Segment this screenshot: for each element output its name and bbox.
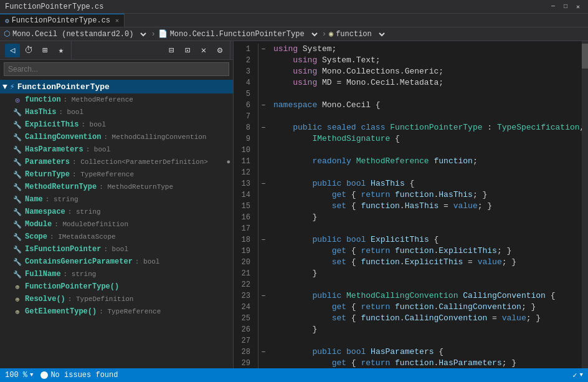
code-line: 22 [234,279,588,290]
list-item[interactable]: ⊕ Resolve() : TypeDefinition [0,293,233,305]
line-number: 18 [234,234,258,246]
tab-close-button[interactable]: ✕ [115,17,119,24]
line-number: 6 [234,100,258,111]
line-number: 23 [234,290,258,302]
collapse-gutter [258,302,268,313]
collapse-gutter[interactable]: − [258,122,268,133]
list-item[interactable]: ◎ function : MethodReference [0,93,233,106]
collapse-gutter[interactable]: − [258,178,268,189]
close-button[interactable]: ✕ [573,2,583,12]
collapse-gutter[interactable]: − [258,44,268,55]
tab-functionpointertype[interactable]: ⚙ FunctionPointerType.cs ✕ [0,14,125,27]
collapse-gutter [258,167,268,178]
action-new-button[interactable]: ⊡ [180,44,195,57]
method-icon: ⊕ [12,307,22,317]
project-dropdown[interactable] [136,29,148,39]
project-icon: ⬡ [4,29,10,39]
scrollbar-thumb[interactable] [582,44,588,69]
prop-icon: 🔧 [12,157,22,167]
code-line: 10 [234,145,588,156]
collapse-gutter [258,145,268,156]
symbol-dropdown[interactable] [374,29,387,39]
zoom-dropdown-icon: ▼ [30,372,33,378]
list-item[interactable]: 🔧 Name : string [0,193,233,206]
nav-tree-button[interactable]: ⊞ [37,44,52,57]
collapse-gutter[interactable]: − [258,234,268,246]
action-close-button[interactable]: ✕ [196,44,211,57]
action-copy-button[interactable]: ⊟ [164,44,179,57]
line-number: 11 [234,156,258,167]
nav-back-button[interactable]: ◁ [5,44,20,57]
list-item[interactable]: ⊕ FunctionPointerType() [0,280,233,293]
prop-icon: 🔧 [12,232,22,242]
code-line: 26 } [234,324,588,335]
collapse-gutter [258,55,268,66]
collapse-gutter [258,201,268,212]
code-line: 17 [234,223,588,234]
code-area[interactable]: 1 − using System; 2 using System.Text; 3… [234,41,588,368]
line-number: 24 [234,302,258,313]
line-content: } [268,324,588,335]
line-content [268,145,588,156]
collapse-gutter [258,212,268,223]
tab-label: FunctionPointerType.cs [12,16,110,25]
list-item[interactable]: 🔧 FullName : string [0,268,233,280]
tree-class-icon: ⚡ [10,82,15,92]
collapse-gutter[interactable]: − [258,290,268,302]
list-item[interactable]: 🔧 Scope : IMetadataScope [0,231,233,243]
action-settings-button[interactable]: ⚙ [212,44,227,57]
status-issues[interactable]: No issues found [40,371,118,380]
collapse-gutter [258,156,268,167]
line-content: set { function.HasThis = value; } [268,201,588,212]
tree-root-label: FunctionPointerType [17,82,110,92]
tree-root[interactable]: ▼ ⚡ FunctionPointerType [0,80,233,93]
line-number: 25 [234,313,258,324]
list-item[interactable]: 🔧 ExplicitThis : bool [0,118,233,131]
collapse-gutter [258,111,268,122]
line-content: get { return function.ExplicitThis; } [268,246,588,257]
collapse-gutter[interactable]: − [258,100,268,111]
line-content: get { return function.HasThis; } [268,189,588,201]
maximize-button[interactable]: □ [561,2,571,12]
method-icon: ⊕ [12,294,22,304]
search-input[interactable] [4,62,229,76]
nav-star-button[interactable]: ★ [54,44,69,57]
list-item[interactable]: 🔧 Namespace : string [0,206,233,218]
line-content [268,335,588,346]
status-actions[interactable]: ✓ ▼ [572,371,583,380]
collapse-gutter [258,189,268,201]
list-item[interactable]: 🔧 CallingConvention : MethodCallingConve… [0,131,233,143]
list-item[interactable]: 🔧 IsFunctionPointer : bool [0,243,233,255]
list-item[interactable]: 🔧 MethodReturnType : MethodReturnType [0,181,233,193]
line-content: using System; [268,44,588,55]
code-line: 3 using Mono.Collections.Generic; [234,66,588,77]
list-item[interactable]: 🔧 ReturnType : TypeReference [0,168,233,181]
prop-icon: 🔧 [12,257,22,267]
title-bar-controls: ─ □ ✕ [548,2,583,12]
list-item[interactable]: 🔧 HasParameters : bool [0,143,233,156]
title-bar: FunctionPointerType.cs ─ □ ✕ [0,0,588,14]
collapse-gutter[interactable]: − [258,346,268,358]
list-item[interactable]: 🔧 Module : ModuleDefinition [0,218,233,231]
vertical-scrollbar[interactable] [582,41,588,368]
minimize-button[interactable]: ─ [548,2,558,12]
field-icon: ◎ [12,95,22,105]
status-bar: 100 % ▼ No issues found ✓ ▼ [0,368,588,382]
line-number: 3 [234,66,258,77]
prop-icon: 🔧 [12,170,22,179]
list-item[interactable]: 🔧 ContainsGenericParameter : bool [0,255,233,268]
line-content: get { return function.CallingConvention;… [268,302,588,313]
item-indicator: ● [226,158,230,166]
list-item[interactable]: 🔧 Parameters : Collection<ParameterDefin… [0,156,233,168]
symbol-icon: ◉ [329,29,333,39]
status-zoom[interactable]: 100 % ▼ [5,371,33,380]
list-item[interactable]: 🔧 HasThis : bool [0,106,233,118]
title-bar-text: FunctionPointerType.cs [5,2,548,11]
nav-clock-button[interactable]: ⏱ [21,44,36,57]
ctor-icon: ⊕ [12,282,22,292]
line-number: 2 [234,55,258,66]
code-line: 25 set { function.CallingConvention = va… [234,313,588,324]
file-dropdown[interactable] [307,29,320,39]
list-item[interactable]: ⊕ GetElementType() : TypeReference [0,305,233,318]
breadcrumb-project: ⬡ Mono.Cecil (netstandard2.0) [4,29,148,39]
